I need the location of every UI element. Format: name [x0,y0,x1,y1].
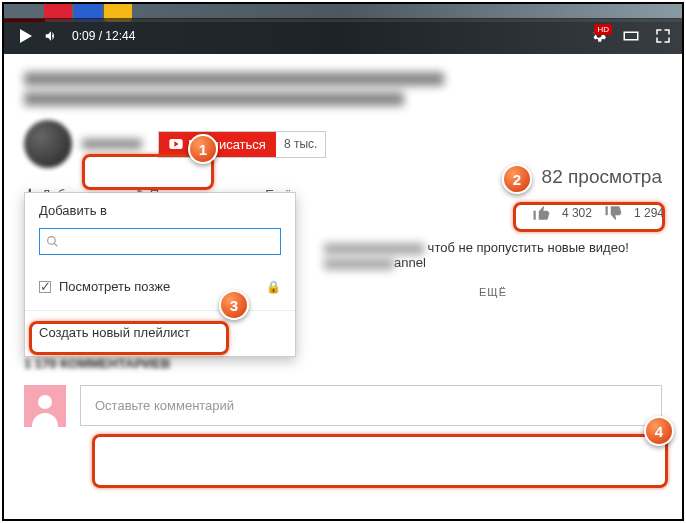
channel-avatar[interactable] [24,120,72,168]
description-line: annel [324,255,662,270]
callout-ring-4 [92,434,668,488]
callout-badge-4: 4 [644,416,674,446]
video-title [24,72,662,106]
svg-rect-0 [624,32,638,40]
comments-count: 1 170 КОММЕНТАРИЕВ [24,356,662,371]
play-icon[interactable] [20,29,32,43]
watch-later-label: Посмотреть позже [59,279,170,294]
callout-ring-3 [29,321,229,355]
lock-icon: 🔒 [266,280,281,294]
view-count: 82 просмотра [542,166,662,188]
playlist-search-input[interactable] [59,232,274,251]
comment-input[interactable]: Оставьте комментарий [80,385,662,426]
search-icon [46,235,59,248]
settings-button[interactable]: HD [590,26,608,47]
theater-icon[interactable] [622,27,640,45]
playlist-search[interactable] [39,228,281,255]
svg-point-2 [48,237,56,245]
svg-line-3 [54,243,57,246]
dropdown-title: Добавить в [25,203,295,228]
checkbox-icon [39,281,51,293]
show-more-button[interactable]: ЕЩЁ [324,286,662,298]
callout-badge-1: 1 [188,134,218,164]
callout-badge-3: 3 [219,290,249,320]
video-player[interactable]: 0:09 / 12:44 HD [4,4,682,54]
volume-icon[interactable] [44,29,58,43]
time-display: 0:09 / 12:44 [72,29,135,43]
callout-ring-2 [513,202,665,232]
user-avatar [24,385,66,427]
fullscreen-icon[interactable] [654,27,672,45]
channel-name[interactable] [82,139,142,149]
youtube-icon [169,139,183,149]
callout-badge-2: 2 [502,164,532,194]
subscriber-count: 8 тыс. [276,137,325,151]
description-line: чтоб не пропустить новые видео! [324,240,662,255]
hd-badge: HD [594,24,612,35]
watch-later-item[interactable]: Посмотреть позже 🔒 [25,269,295,304]
